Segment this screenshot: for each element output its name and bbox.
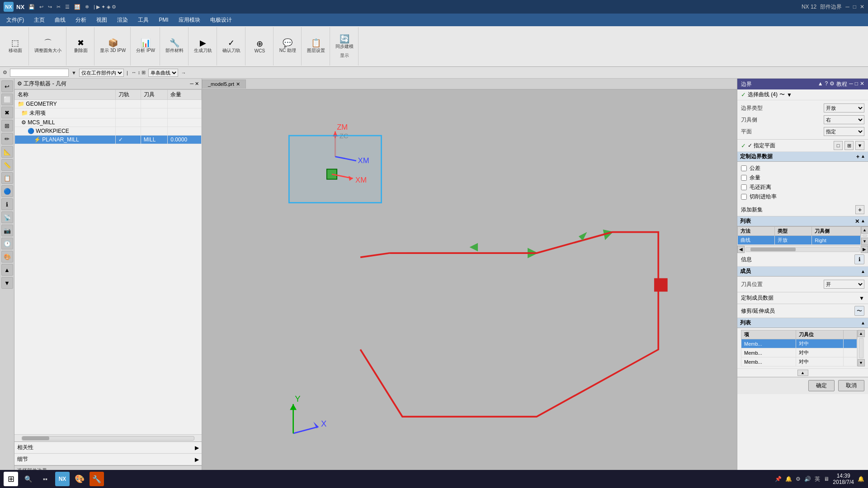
sidebar-icon-3[interactable]: ✖ xyxy=(1,107,13,118)
panel-help-icon[interactable]: ? xyxy=(825,80,828,88)
member-header[interactable]: 成员 ▲ xyxy=(737,267,868,277)
taskbar-icon-color[interactable]: 🎨 xyxy=(72,472,87,486)
up-arrow-btn[interactable]: ▲ xyxy=(797,370,808,376)
member-scroll-down-btn[interactable]: ▼ xyxy=(858,359,865,366)
viewport-tab-model[interactable]: _model5.prt ✕ xyxy=(202,80,246,89)
save-icon[interactable]: 💾 xyxy=(27,4,36,10)
sidebar-icon-10[interactable]: ℹ xyxy=(1,198,13,210)
nav-table-row[interactable]: 📁 GEOMETRY xyxy=(15,100,202,108)
confirm-btn[interactable]: 确定 xyxy=(808,380,835,391)
ribbon-btn-gen-toolpath[interactable]: ▶ 生成刀轨 xyxy=(192,38,214,55)
menu-file[interactable]: 文件(F) xyxy=(2,15,28,25)
menu-view[interactable]: 视图 xyxy=(92,15,112,25)
cut-icon[interactable]: ✂ xyxy=(55,4,62,10)
curve-icon-btn[interactable]: 〜 xyxy=(779,91,785,99)
viewport-canvas[interactable]: X Y ZM ZC XM xyxy=(202,89,737,475)
list-header[interactable]: 列表 ✕ ▲ xyxy=(737,216,868,226)
trim-icon-btn[interactable]: 〜 xyxy=(854,306,864,316)
specify-plane-icon-btn1[interactable]: □ xyxy=(834,141,843,150)
redo-icon[interactable]: ↪ xyxy=(47,4,53,10)
taskbar-sys-icon1[interactable]: 📌 xyxy=(775,476,782,482)
panel-maximize-icon[interactable]: □ xyxy=(855,80,858,88)
ribbon-btn-show-3dipw[interactable]: 📦 显示 3D IPW xyxy=(98,38,127,55)
taskbar-icon-nx[interactable]: NX xyxy=(55,472,70,486)
nav-settings-icon[interactable]: ⚙ xyxy=(17,80,22,87)
sidebar-icon-arrow-down[interactable]: ▼ xyxy=(1,277,13,289)
nav-hscroll[interactable] xyxy=(14,434,202,441)
specify-plane-icon-btn2[interactable]: ⊞ xyxy=(844,141,854,150)
list-hscroll-right-btn[interactable]: ▶ xyxy=(861,246,868,253)
maximize-btn[interactable]: □ xyxy=(853,4,856,10)
nav-table-row[interactable]: 📁 未用项 xyxy=(15,108,202,118)
toolbar2-icon1[interactable]: ⚙ xyxy=(2,70,8,75)
member-list-header[interactable]: 列表 ▲ xyxy=(737,318,868,328)
ribbon-btn-delete-face[interactable]: ✖ 删除面 xyxy=(72,38,90,55)
sidebar-icon-5[interactable]: ✏ xyxy=(1,133,13,145)
taskbar-icon-taskview[interactable]: ▪▪ xyxy=(38,472,52,486)
sidebar-icon-9[interactable]: 🔵 xyxy=(1,185,13,197)
sidebar-icon-11[interactable]: 📡 xyxy=(1,211,13,223)
curve-filter-select[interactable]: 单条曲线 xyxy=(148,69,178,77)
toolbar2-arrow1[interactable]: ▼ xyxy=(71,70,77,75)
specify-plane-icon-btn3[interactable]: ▼ xyxy=(855,141,864,150)
sidebar-icon-7[interactable]: 📏 xyxy=(1,159,13,171)
taskbar-sys-icon2[interactable]: 🔔 xyxy=(785,476,792,482)
nav-table-row[interactable]: 🔵 WORKPIECE xyxy=(15,127,202,136)
ribbon-btn-nc-helper[interactable]: 💬 NC 助理 xyxy=(278,38,298,55)
menu-analysis[interactable]: 分析 xyxy=(71,15,91,25)
ribbon-btn-sync[interactable]: 🔄 同步建模 xyxy=(334,34,355,51)
checkbox-tolerance[interactable] xyxy=(741,165,747,171)
menu-tools[interactable]: 工具 xyxy=(133,15,153,25)
checkbox-cut-feed[interactable] xyxy=(741,194,747,200)
ribbon-btn-verify-toolpath[interactable]: ✓ 确认刀轨 xyxy=(221,38,242,55)
custom-boundary-header[interactable]: 定制边界数据 + ▲ xyxy=(737,152,868,162)
ribbon-btn-move-face[interactable]: ⬚ 移动面 xyxy=(6,38,24,55)
boundary-type-select[interactable]: 开放 xyxy=(824,103,864,113)
tab-close-icon[interactable]: ✕ xyxy=(236,81,240,87)
member-list-chevron[interactable]: ▲ xyxy=(861,320,865,325)
nav-table-row[interactable]: ⚙ MCS_MILL xyxy=(15,118,202,127)
list-scroll-up-btn[interactable]: ▲ xyxy=(861,226,868,234)
member-table-row[interactable]: Memb... 对中 xyxy=(741,357,857,366)
plane-select[interactable]: 指定 xyxy=(824,127,864,136)
menu-modules[interactable]: 应用模块 xyxy=(174,15,205,25)
select-curves-expand-icon[interactable]: ▼ xyxy=(787,92,792,98)
menu-electrode[interactable]: 电极设计 xyxy=(206,15,236,25)
nav-hscroll-thumb[interactable] xyxy=(22,436,49,440)
window-icon[interactable]: 🪟 xyxy=(73,4,82,10)
sidebar-icon-13[interactable]: 🕐 xyxy=(1,238,13,249)
ribbon-btn-resize-fillet[interactable]: ⌒ 调整圆角大小 xyxy=(33,38,63,55)
ribbon-btn-analyze-ipw[interactable]: 📊 分析 IPW xyxy=(134,38,157,55)
ribbon-btn-part-material[interactable]: 🔧 部件材料 xyxy=(164,38,185,55)
tool-side-select[interactable]: 右 xyxy=(824,115,864,124)
tool-pos-select[interactable]: 开 xyxy=(824,280,864,289)
sidebar-icon-14[interactable]: 🎨 xyxy=(1,251,13,263)
snow-icon[interactable]: ❄ xyxy=(84,4,90,10)
sidebar-icon-1[interactable]: ↩ xyxy=(1,80,13,92)
nav-close-icon[interactable]: ✕ xyxy=(195,81,199,87)
panel-chevron-icon[interactable]: ▲ xyxy=(818,80,823,88)
filter-select[interactable]: 仅在工作部件内 xyxy=(79,69,124,77)
sidebar-icon-4[interactable]: ⊞ xyxy=(1,120,13,131)
ribbon-btn-layer-settings[interactable]: 📋 图层设置 xyxy=(305,38,327,55)
nav-expand-icon[interactable]: ─ xyxy=(190,81,193,87)
sidebar-icon-2[interactable]: ⬜ xyxy=(1,94,13,105)
list-del-icon[interactable]: ✕ xyxy=(855,218,859,225)
start-button[interactable]: ⊞ xyxy=(4,472,18,486)
member-scroll-up-btn[interactable]: ▲ xyxy=(858,330,865,337)
panel-close-icon[interactable]: ✕ xyxy=(860,80,864,88)
list-table-row[interactable]: 曲线 开放 Right xyxy=(738,236,861,245)
taskbar-sys-icon4[interactable]: 🔊 xyxy=(804,476,811,482)
close-btn[interactable]: ✕ xyxy=(860,4,864,10)
menu-curve[interactable]: 曲线 xyxy=(50,15,70,25)
checkbox-stock-dist[interactable] xyxy=(741,184,747,190)
panel-minimize-icon[interactable]: ─ xyxy=(849,80,853,88)
ribbon-btn-wcs[interactable]: ⊕ WCS xyxy=(250,39,269,54)
list-vscroll[interactable]: ▲ ▼ xyxy=(861,226,868,245)
list-scroll-down-btn[interactable]: ▼ xyxy=(861,238,868,245)
member-vscroll[interactable]: ▲ ▼ xyxy=(857,330,864,366)
member-table-row[interactable]: Memb... 对中 xyxy=(741,348,857,357)
taskbar-sys-icon3[interactable]: ⚙ xyxy=(796,476,801,482)
custom-boundary-add-icon[interactable]: + xyxy=(856,154,859,160)
taskbar-icon-search[interactable]: 🔍 xyxy=(21,472,35,486)
